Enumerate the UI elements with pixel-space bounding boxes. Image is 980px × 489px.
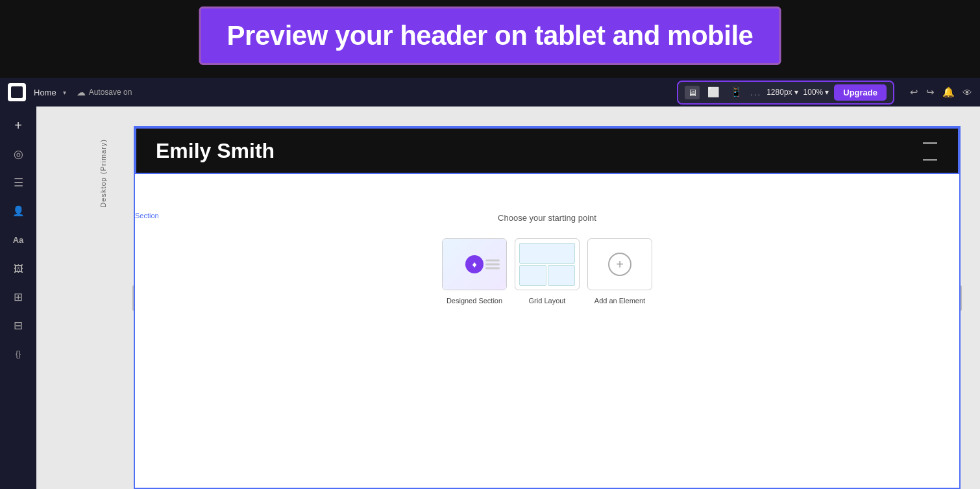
page-name[interactable]: Home bbox=[34, 88, 56, 97]
sidebar-item-code[interactable]: {} bbox=[6, 342, 31, 366]
tablet-icon[interactable]: ⬜ bbox=[705, 85, 722, 99]
zoom-selector[interactable]: 100% ▾ bbox=[803, 88, 829, 97]
sidebar-item-table[interactable]: ⊟ bbox=[6, 313, 31, 338]
page-header-name: Emily Smith bbox=[156, 139, 275, 163]
desktop-icon[interactable]: 🖥 bbox=[685, 86, 700, 99]
autosave-text: Autosave on bbox=[89, 88, 132, 97]
grid-inner bbox=[515, 239, 579, 290]
sidebar-item-media[interactable]: 🖼 bbox=[6, 256, 31, 281]
page-content: Choose your starting point ♦ bbox=[135, 174, 959, 434]
designed-section-box[interactable]: ♦ bbox=[442, 238, 507, 290]
blocks-icon: ⊞ bbox=[14, 290, 23, 304]
sidebar-item-blocks[interactable]: ⊞ bbox=[6, 284, 31, 309]
typography-icon: Aa bbox=[13, 235, 24, 245]
grid-layout-label: Grid Layout bbox=[529, 297, 566, 305]
logo-inner bbox=[11, 86, 23, 98]
designed-section-inner: ♦ bbox=[443, 239, 506, 290]
sidebar-item-cms[interactable]: 👤 bbox=[6, 199, 31, 223]
add-element-card[interactable]: + Add an Element bbox=[587, 238, 652, 305]
choose-label: Choose your starting point bbox=[498, 213, 596, 223]
more-icon[interactable]: ... bbox=[750, 88, 761, 97]
device-toolbar: 🖥 ⬜ 📱 ... 1280px ▾ 100% ▾ Upgrade bbox=[677, 81, 894, 105]
add-circle-icon: + bbox=[608, 253, 631, 276]
grid-cell-top bbox=[519, 243, 575, 264]
table-icon: ⊟ bbox=[14, 319, 23, 332]
pages-icon: ☰ bbox=[14, 176, 23, 190]
add-icon: + bbox=[14, 118, 22, 133]
sidebar-item-pages[interactable]: ☰ bbox=[6, 170, 31, 195]
autosave-indicator: ☁ Autosave on bbox=[77, 87, 132, 97]
logo[interactable] bbox=[8, 83, 26, 101]
cms-icon: 👤 bbox=[12, 205, 25, 217]
add-inner: + bbox=[588, 239, 652, 290]
notifications-icon[interactable]: 🔔 bbox=[942, 86, 955, 98]
grid-cell-right bbox=[548, 265, 575, 286]
media-icon: 🖼 bbox=[14, 263, 23, 274]
canvas-area: Desktop (Primary) Section D Emily Smith … bbox=[36, 107, 980, 489]
mobile-icon[interactable]: 📱 bbox=[728, 85, 745, 99]
ds-lines bbox=[485, 260, 500, 270]
sidebar-item-add[interactable]: + bbox=[6, 113, 31, 138]
designed-section-label: Designed Section bbox=[447, 297, 502, 305]
page-chevron[interactable]: ▾ bbox=[63, 89, 66, 96]
webpage-canvas: Emily Smith —— Choose your starting poin… bbox=[134, 126, 961, 489]
layers-icon: ◎ bbox=[14, 147, 23, 161]
upgrade-button[interactable]: Upgrade bbox=[834, 84, 887, 101]
resolution-selector[interactable]: 1280px ▾ bbox=[766, 88, 798, 97]
grid-layout-card[interactable]: Grid Layout bbox=[515, 238, 580, 305]
preview-icon[interactable]: 👁 bbox=[962, 87, 972, 98]
redo-button[interactable]: ↪ bbox=[926, 86, 935, 98]
toolbar-right: ↩ ↪ 🔔 👁 bbox=[910, 86, 972, 98]
add-element-label: Add an Element bbox=[594, 297, 645, 305]
sidebar-item-typography[interactable]: Aa bbox=[6, 227, 31, 252]
vertical-label-container: Desktop (Primary) bbox=[75, 126, 130, 489]
add-element-box[interactable]: + bbox=[587, 238, 652, 290]
left-sidebar: + ◎ ☰ 👤 Aa 🖼 ⊞ ⊟ {} bbox=[0, 107, 36, 489]
code-icon: {} bbox=[16, 349, 21, 358]
sidebar-item-layers[interactable]: ◎ bbox=[6, 142, 31, 166]
page-header: Emily Smith —— bbox=[135, 127, 959, 174]
grid-cell-left bbox=[519, 265, 546, 286]
desktop-label: Desktop (Primary) bbox=[99, 139, 107, 208]
banner-title: Preview your header on tablet and mobile bbox=[227, 20, 753, 51]
ds-icon: ♦ bbox=[465, 255, 484, 273]
undo-button[interactable]: ↩ bbox=[910, 86, 918, 98]
designed-section-card[interactable]: ♦ Designed Section bbox=[442, 238, 507, 305]
preview-banner: Preview your header on tablet and mobile bbox=[199, 6, 781, 65]
hamburger-icon[interactable]: —— bbox=[923, 134, 938, 168]
section-label: Section bbox=[135, 212, 159, 219]
grid-layout-box[interactable] bbox=[515, 238, 580, 290]
toolbar: Home ▾ ☁ Autosave on 🖥 ⬜ 📱 ... 1280px ▾ … bbox=[0, 78, 980, 107]
cloud-icon: ☁ bbox=[77, 87, 86, 97]
starting-point-cards: ♦ Designed Section bbox=[442, 238, 652, 305]
